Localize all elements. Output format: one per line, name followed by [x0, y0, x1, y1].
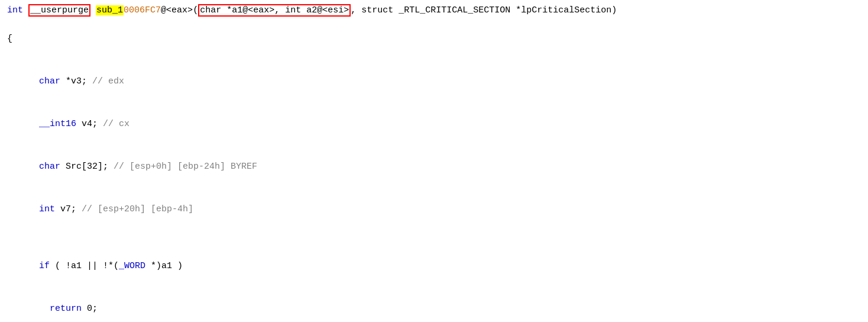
- code-block: int __userpurge sub_10006FC7@<eax>(char …: [0, 0, 868, 322]
- return0-val: 0;: [82, 304, 98, 314]
- kw-char2: char: [39, 162, 60, 172]
- code-line-1: int __userpurge sub_10006FC7@<eax>(char …: [7, 4, 861, 32]
- brace-open: {: [7, 34, 12, 44]
- decl-v7: v7;: [55, 204, 82, 214]
- params-highlighted: char *a1@<eax>, int a2@<esi>: [198, 4, 351, 17]
- code-line-3: char *v3; // edx: [7, 60, 861, 103]
- indent: [28, 261, 39, 271]
- comment-v7: // [esp+20h] [ebp-4h]: [82, 204, 193, 214]
- kw-int2: int: [39, 204, 55, 214]
- decl-v3: *v3;: [60, 76, 92, 86]
- indent: [28, 76, 39, 86]
- code-line-return0: return 0;: [7, 288, 861, 322]
- comment-v4: // cx: [103, 119, 129, 129]
- kw-int16: __int16: [39, 119, 76, 129]
- keyword-int: int: [7, 5, 23, 15]
- sub-text: sub_1: [96, 5, 123, 15]
- comment-v3: // edx: [92, 76, 124, 86]
- indent: [28, 204, 39, 214]
- code-line-empty2: [7, 231, 861, 245]
- code-line-4: __int16 v4; // cx: [7, 103, 861, 146]
- params-rest: , struct _RTL_CRITICAL_SECTION *lpCritic…: [351, 5, 617, 15]
- if-body: ( !a1 || !*(: [50, 261, 119, 271]
- code-line-5: char Src[32]; // [esp+0h] [ebp-24h] BYRE…: [7, 146, 861, 188]
- code-line-6: int v7; // [esp+20h] [ebp-4h]: [7, 188, 861, 231]
- decl-src: Src[32];: [60, 162, 114, 172]
- kw-word1: _WORD: [119, 261, 145, 271]
- params-text: char *a1@<eax>, int a2@<esi>: [200, 5, 349, 15]
- decl-v4: v4;: [76, 119, 103, 129]
- kw-if: if: [39, 261, 50, 271]
- addr-text: 0006FC7: [124, 5, 161, 15]
- indent: [28, 162, 39, 172]
- code-line-empty1: [7, 46, 861, 60]
- code-line-2: {: [7, 32, 861, 46]
- kw-char1: char: [39, 76, 60, 86]
- kw-return1: return: [50, 304, 82, 314]
- comment-src: // [esp+0h] [ebp-24h] BYREF: [114, 162, 257, 172]
- if-body2: *)a1 ): [145, 261, 183, 271]
- indent: [28, 119, 39, 129]
- userpurge-text: __userpurge: [30, 5, 89, 15]
- sub-highlighted: sub_1: [96, 5, 124, 15]
- code-line-if: if ( !a1 || !*(_WORD *)a1 ): [7, 245, 861, 288]
- at-eax: @<eax>: [161, 5, 193, 15]
- indent4: [28, 304, 50, 314]
- userpurge-highlighted: __userpurge: [28, 4, 90, 17]
